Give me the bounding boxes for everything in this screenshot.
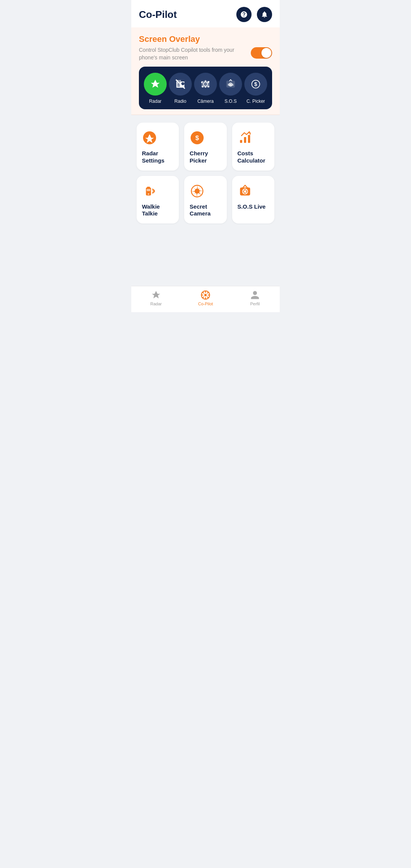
toolbar-label-radio: Radio bbox=[174, 99, 186, 104]
svg-rect-14 bbox=[147, 189, 150, 191]
svg-text:$: $ bbox=[254, 81, 257, 87]
toolbar-label-cpicker: C. Picker bbox=[247, 99, 265, 104]
toolbar-item-sos[interactable]: SOS S.O.S bbox=[219, 73, 242, 104]
card-walkie-talkie-label: Walkie Talkie bbox=[142, 203, 174, 218]
camera-circle bbox=[194, 73, 217, 96]
nav-item-radar[interactable]: Radar bbox=[131, 290, 181, 306]
toolbar-label-radar: Radar bbox=[149, 99, 162, 104]
feature-grid: Radar Settings $ Cherry Picker bbox=[137, 123, 274, 223]
bell-icon bbox=[261, 11, 268, 18]
nav-item-perfil[interactable]: Perfil bbox=[230, 290, 280, 306]
nav-label-copilot: Co-Pilot bbox=[198, 302, 213, 306]
radio-icon bbox=[175, 79, 186, 89]
card-sos-live-label: S.O.S Live bbox=[237, 203, 269, 211]
bell-button[interactable] bbox=[257, 7, 272, 22]
cpicker-icon: $ bbox=[250, 79, 261, 89]
nav-copilot-icon bbox=[201, 290, 210, 300]
radar-icon bbox=[150, 79, 161, 89]
nav-label-radar: Radar bbox=[150, 302, 162, 306]
walkie-talkie-icon bbox=[142, 183, 157, 199]
nav-item-copilot[interactable]: Co-Pilot bbox=[181, 290, 230, 306]
svg-rect-12 bbox=[248, 135, 250, 143]
toolbar-label-camera: Câmera bbox=[198, 99, 214, 104]
radar-circle bbox=[144, 73, 167, 96]
costs-calc-icon bbox=[237, 130, 253, 145]
header: Co-Pilot bbox=[131, 0, 280, 27]
toolbar-item-cpicker[interactable]: $ C. Picker bbox=[244, 73, 267, 104]
svg-point-15 bbox=[148, 193, 149, 195]
header-actions bbox=[236, 7, 272, 22]
svg-point-23 bbox=[204, 294, 207, 297]
camera-icon bbox=[200, 79, 211, 89]
toolbar-item-camera[interactable]: Câmera bbox=[194, 73, 217, 104]
card-costs-calc-label: Costs Calculator bbox=[237, 150, 269, 164]
svg-point-4 bbox=[230, 84, 231, 86]
card-radar-settings-label: Radar Settings bbox=[142, 150, 174, 164]
nav-radar-icon bbox=[151, 290, 161, 300]
overlay-title: Screen Overlay bbox=[139, 34, 272, 44]
sos-live-icon bbox=[237, 183, 253, 199]
card-costs-calculator[interactable]: Costs Calculator bbox=[232, 123, 274, 171]
card-cherry-picker[interactable]: $ Cherry Picker bbox=[184, 123, 226, 171]
toolbar-item-radio[interactable]: Radio bbox=[169, 73, 192, 104]
svg-rect-11 bbox=[244, 137, 246, 143]
help-button[interactable] bbox=[236, 7, 252, 22]
card-walkie-talkie[interactable]: Walkie Talkie bbox=[137, 176, 179, 224]
secret-camera-icon bbox=[190, 183, 205, 199]
card-secret-camera[interactable]: Secret Camera bbox=[184, 176, 226, 224]
card-sos-live[interactable]: S.O.S Live bbox=[232, 176, 274, 224]
svg-text:$: $ bbox=[196, 134, 199, 142]
main-content: Radar Settings $ Cherry Picker bbox=[131, 115, 280, 286]
card-radar-settings[interactable]: Radar Settings bbox=[137, 123, 179, 171]
card-secret-camera-label: Secret Camera bbox=[190, 203, 221, 218]
card-cherry-picker-label: Cherry Picker bbox=[190, 150, 221, 164]
radar-settings-icon bbox=[142, 130, 157, 145]
bottom-nav: Radar Co-Pilot Perfil bbox=[131, 286, 280, 312]
svg-rect-10 bbox=[240, 140, 242, 143]
cherry-picker-icon: $ bbox=[190, 130, 205, 145]
nav-label-perfil: Perfil bbox=[250, 302, 260, 306]
toggle-knob bbox=[261, 48, 271, 58]
help-icon bbox=[240, 11, 248, 18]
overlay-toggle[interactable] bbox=[251, 47, 272, 59]
sos-icon: SOS bbox=[225, 79, 236, 89]
svg-rect-16 bbox=[147, 187, 150, 188]
nav-profile-icon bbox=[250, 290, 260, 300]
overlay-description: Control StopClub Copilot tools from your… bbox=[139, 46, 247, 61]
app-title: Co-Pilot bbox=[139, 9, 177, 21]
sos-circle: SOS bbox=[219, 73, 242, 96]
overlay-banner: Screen Overlay Control StopClub Copilot … bbox=[131, 27, 280, 115]
svg-point-21 bbox=[244, 190, 246, 193]
toolbar-label-sos: S.O.S bbox=[225, 99, 237, 104]
cpicker-circle: $ bbox=[244, 73, 267, 96]
radio-circle bbox=[169, 73, 192, 96]
overlay-toolbar: Radar Radio bbox=[139, 67, 272, 109]
toolbar-item-radar[interactable]: Radar bbox=[144, 73, 167, 104]
